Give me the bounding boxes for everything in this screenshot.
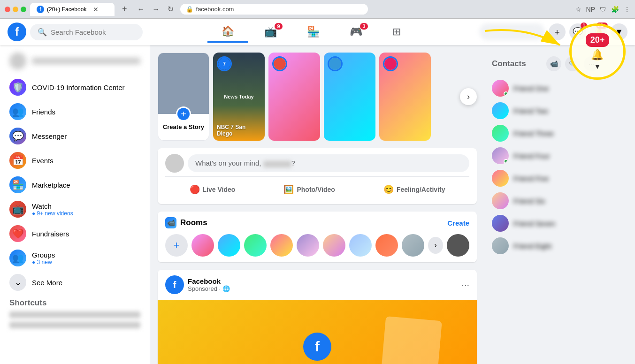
nav-item-home[interactable]: 🏠 [207,22,248,43]
see-more-label: See More [32,279,62,287]
contact-item-2[interactable]: Friend Two [484,99,606,122]
post-input[interactable]: What's on your mind, ? [188,154,469,172]
contact-item-4[interactable]: Friend Four [484,144,606,167]
sidebar-item-fundraisers[interactable]: ❤️ Fundraisers [4,221,146,246]
contacts-header: Contacts 📹 🔍 ··· [484,53,606,75]
messenger-badge: 1 [581,23,587,29]
story-create-card[interactable]: + Create a Story [158,53,209,141]
new-tab-button[interactable]: + [118,2,131,16]
contact-item-3[interactable]: Friend Three [484,122,606,144]
contact-item-7[interactable]: Friend Seven [484,212,606,235]
room-avatar-9[interactable] [402,234,424,257]
plus-icon: ＋ [553,26,561,38]
sidebar-see-more[interactable]: ⌄ See More [4,270,146,295]
main-layout: 🛡️ COVID-19 Information Center 👥 Friends… [0,45,635,364]
fb-search-box[interactable]: 🔍 [30,24,143,40]
stories-next-button[interactable]: › [460,88,477,105]
feeling-activity-button[interactable]: 😊 Feeling/Activity [376,181,452,198]
room-avatar-7[interactable] [349,234,372,257]
story-create-plus-icon: + [176,106,191,121]
sidebar-item-events[interactable]: 📅 Events [4,148,146,173]
contact-avatar-inner-7 [492,215,509,232]
extensions-icon[interactable]: 🧩 [611,6,619,13]
contact-avatar-7 [492,215,509,232]
refresh-button[interactable]: ↻ [165,3,176,15]
rooms-create-button[interactable]: Create [447,219,469,227]
bookmark-icon[interactable]: ☆ [575,6,581,13]
rooms-avatars: + › [165,234,469,257]
nav-item-marketplace[interactable]: 🏪 [293,22,334,42]
back-button[interactable]: ← [135,3,148,15]
contact-item-5[interactable]: Friend Five [484,167,606,190]
sidebar-watch-label: Watch [32,202,73,210]
contact-name-1: Friend One [513,84,549,92]
story-nbc-name: NBC 7 San Diego [217,124,261,137]
photo-video-button[interactable]: 🖼️ Photo/Video [276,181,342,198]
contacts-search-button[interactable]: 🔍 [565,56,580,71]
browser-tab[interactable]: f (20+) Facebook ✕ [30,3,115,16]
sidebar-item-groups[interactable]: 👥 Groups ● 3 new [4,246,146,270]
contact-name-8: Friend Eight [513,242,551,250]
sidebar-marketplace-icon: 🏪 [9,176,26,193]
story-nbc[interactable]: 7 News Today NBC 7 San Diego [213,53,265,141]
live-video-button[interactable]: 🔴 Live Video [182,181,243,198]
post-more-button[interactable]: ··· [461,280,469,290]
create-plus-button[interactable]: ＋ [549,23,566,40]
sidebar-item-covid[interactable]: 🛡️ COVID-19 Information Center [4,75,146,99]
room-avatar-5[interactable] [297,234,319,257]
room-avatar-1[interactable] [191,234,214,257]
messenger-button[interactable]: 💬 1 [569,23,586,40]
contact-item-8[interactable]: Friend Eight [484,235,606,257]
story-4[interactable] [324,53,375,141]
nav-item-groups[interactable]: ⊞ [378,22,415,42]
room-avatar-8[interactable] [375,234,398,257]
extension-icon[interactable]: 🛡 [600,6,606,13]
search-input[interactable] [51,28,135,36]
contact-item-1[interactable]: Friend One [484,77,606,99]
post-card-meta: Sponsored · 🌐 [188,285,458,292]
fb-logo[interactable]: f [8,23,26,41]
room-avatar-4[interactable] [270,234,293,257]
settings-icon[interactable]: ⋮ [624,6,630,13]
room-avatar-3[interactable] [244,234,267,257]
browser-chrome: f (20+) Facebook ✕ + ← → ↻ 🔒 facebook.co… [0,0,635,19]
story-5[interactable] [379,53,431,141]
sidebar-item-friends[interactable]: 👥 Friends [4,99,146,124]
browser-right-icons: ☆ NP 🛡 🧩 ⋮ [575,6,630,13]
room-avatar-extra[interactable] [447,234,469,257]
post-card-header: f Facebook Sponsored · 🌐 ··· [158,270,477,300]
address-bar[interactable]: 🔒 facebook.com [180,4,368,15]
browser-navigation: ← → ↻ [135,3,176,15]
contacts-video-button[interactable]: 📹 [546,56,561,71]
nav-item-watch[interactable]: 📺 9 [250,22,291,42]
room-avatar-2[interactable] [218,234,240,257]
forward-button[interactable]: → [150,3,163,15]
contacts-more-button[interactable]: ··· [584,56,599,71]
room-avatar-6[interactable] [323,234,345,257]
fb-header-right: ＋ 💬 1 🔔 20+ ▼ [479,23,627,40]
maximize-dot[interactable] [21,7,26,12]
sidebar-user[interactable] [4,49,146,73]
notifications-button[interactable]: 🔔 20+ [590,23,607,40]
feeling-icon: 😊 [383,184,394,195]
minimize-dot[interactable] [13,7,18,12]
sidebar-item-messenger[interactable]: 💬 Messenger [4,124,146,148]
rooms-next-button[interactable]: › [428,237,443,254]
sidebar-item-marketplace[interactable]: 🏪 Marketplace [4,173,146,197]
contact-avatar-4 [492,147,509,164]
contact-item-6[interactable]: Friend Six [484,190,606,212]
tab-close-button[interactable]: ✕ [93,6,99,13]
room-add-button[interactable]: + [165,234,188,257]
nav-item-gaming[interactable]: 🎮 3 [336,22,376,42]
story-3-avatar [272,56,287,71]
sidebar-item-watch[interactable]: 📺 Watch ● 9+ new videos [4,197,146,221]
close-dot[interactable] [5,7,10,12]
fundraisers-icon: ❤️ [9,225,26,242]
story-3[interactable] [268,53,320,141]
contact-avatar-8 [492,237,509,254]
events-icon: 📅 [9,152,26,169]
shortcut-item-1 [9,311,140,318]
post-box-top: What's on your mind, ? [165,154,469,173]
contact-avatar-2 [492,102,509,119]
account-menu-button[interactable]: ▼ [611,23,627,40]
